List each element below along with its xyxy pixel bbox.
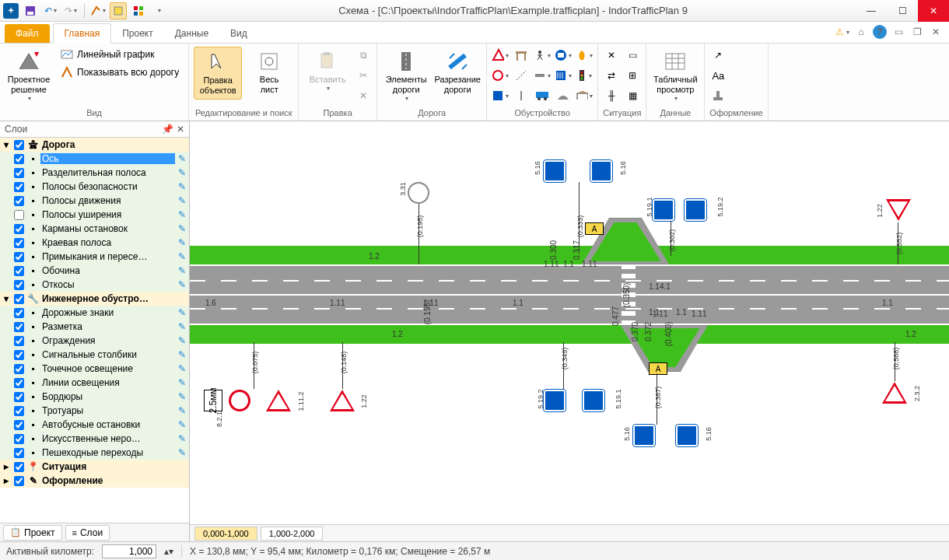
mdi-min-icon[interactable]: ▭ [891,25,905,39]
edit-pencil-icon[interactable]: ✎ [178,209,186,220]
panel-close-icon[interactable]: ✕ [177,124,184,135]
edit-pencil-icon[interactable]: ✎ [178,349,186,360]
layer-checkbox[interactable] [14,210,24,220]
layer-item[interactable]: Пешеходные переходы [40,447,175,458]
home-icon[interactable]: ⌂ [854,25,868,39]
layer-checkbox[interactable] [14,154,24,164]
canvas[interactable]: А А 3.31 (0.195) 5.16 5.16 (0.333) 5.19.… [190,121,949,524]
layer-item[interactable]: Откосы [40,279,175,290]
layer-item[interactable]: Полосы безопасности [40,181,175,192]
layer-group-sit[interactable]: Ситуация [40,461,175,472]
table-view-button[interactable]: Табличный просмотр▾ [651,47,699,106]
layer-checkbox[interactable] [14,476,24,486]
layer-checkbox[interactable] [14,350,24,360]
layer-item[interactable]: Разделительная полоса [40,167,175,178]
edit-pencil-icon[interactable]: ✎ [178,335,186,346]
sit-btn2[interactable]: ▭ [624,47,641,64]
layer-checkbox[interactable] [14,140,24,150]
layer-item[interactable]: Полосы движения [40,195,175,206]
layer-item[interactable]: Примыкания и пересе… [40,251,175,262]
expand-icon[interactable]: ▸ [0,475,12,486]
expand-icon[interactable]: ▸ [0,461,12,472]
pin-icon[interactable]: 📌 [162,124,173,135]
layer-checkbox[interactable] [14,196,24,206]
traffic-light-icon[interactable]: ▾ [576,67,593,84]
layer-item[interactable]: Полосы уширения [40,209,175,220]
km-tab-2[interactable]: 1,000-2,000 [261,527,324,541]
tab-data[interactable]: Данные [164,24,219,43]
bus-sign-icon[interactable]: ▾ [555,47,572,64]
minimize-button[interactable]: — [856,0,887,22]
layer-checkbox[interactable] [14,462,24,472]
layer-item[interactable]: Сигнальные столбики [40,349,175,360]
ped-icon[interactable]: ▾ [534,47,551,64]
layer-checkbox[interactable] [14,266,24,276]
layer-checkbox[interactable] [14,322,24,332]
edit-pencil-icon[interactable]: ✎ [178,279,186,290]
km-tab-1[interactable]: 0,000-1,000 [194,527,257,541]
layer-item[interactable]: Ось [40,153,175,164]
layer-checkbox[interactable] [14,294,24,304]
undo-button[interactable]: ↶▾ [42,2,59,19]
edit-pencil-icon[interactable]: ✎ [178,363,186,374]
mdi-close-icon[interactable]: ✕ [929,25,943,39]
qat-tool3[interactable] [130,2,147,19]
whole-sheet-button[interactable]: Весь лист [245,47,293,98]
layer-group-eng[interactable]: Инженерное обустро… [40,293,175,304]
layer-checkbox[interactable] [14,252,24,262]
layer-checkbox[interactable] [14,238,24,248]
edit-pencil-icon[interactable]: ✎ [178,433,186,444]
qat-overflow[interactable]: ▾ [150,2,167,19]
layer-checkbox[interactable] [14,280,24,290]
paste-button[interactable]: Вставить▾ [303,47,352,96]
sit-btn6[interactable]: ▦ [624,87,641,104]
layer-group-design[interactable]: Оформление [40,475,175,486]
tab-file[interactable]: Файл [5,24,50,43]
edit-pencil-icon[interactable]: ✎ [178,391,186,402]
warning-icon[interactable]: ⚠▾ [835,25,849,39]
tab-project[interactable]: Проект [111,24,164,43]
gate-icon[interactable] [513,47,530,64]
design-arrow-icon[interactable]: ↗ [709,47,727,64]
km-spinner[interactable]: ▴▾ [164,546,173,557]
barrier-icon[interactable]: ▾ [534,67,551,84]
layer-item[interactable]: Краевая полоса [40,237,175,248]
text-aa-icon[interactable]: Aa [709,67,727,84]
layer-item[interactable]: Тротуары [40,405,175,416]
light-icon[interactable]: ▾ [576,47,593,64]
edit-pencil-icon[interactable]: ✎ [178,377,186,388]
sit-btn4[interactable]: ⊞ [624,67,641,84]
sign-circle-icon[interactable]: ▾ [492,67,509,84]
layer-checkbox[interactable] [14,168,24,178]
edit-pencil-icon[interactable]: ✎ [178,321,186,332]
tab-main[interactable]: Главная [53,23,112,44]
post-icon[interactable] [513,87,530,104]
layer-checkbox[interactable] [14,364,24,374]
layer-tree[interactable]: ▾ 🛣 Дорога ▪ Ось ✎ ▪ Разделительная поло… [0,138,189,523]
layer-item[interactable]: Линии освещения [40,377,175,388]
stamp-icon[interactable] [709,87,727,104]
edit-objects-button[interactable]: Правка объектов [194,47,242,100]
edit-pencil-icon[interactable]: ✎ [178,419,186,430]
layer-item[interactable]: Разметка [40,321,175,332]
edit-pencil-icon[interactable]: ✎ [178,251,186,262]
layer-group-road[interactable]: Дорога [40,139,175,150]
expand-icon[interactable]: ▾ [0,139,12,150]
layer-item[interactable]: Дорожные знаки [40,307,175,318]
sit-btn5[interactable]: ╫ [603,87,620,104]
edit-pencil-icon[interactable]: ✎ [178,167,186,178]
layer-item[interactable]: Обочина [40,265,175,276]
qat-tool1[interactable]: ▾ [89,2,107,19]
layer-checkbox[interactable] [14,392,24,402]
edit-pencil-icon[interactable]: ✎ [178,307,186,318]
shelter-icon[interactable]: ▾ [576,87,593,104]
layer-checkbox[interactable] [14,308,24,318]
sit-btn1[interactable]: ✕ [603,47,620,64]
edit-pencil-icon[interactable]: ✎ [178,237,186,248]
layer-checkbox[interactable] [14,406,24,416]
mdi-restore-icon[interactable]: ❐ [910,25,924,39]
layer-checkbox[interactable] [14,420,24,430]
layer-item[interactable]: Ограждения [40,335,175,346]
edit-pencil-icon[interactable]: ✎ [178,223,186,234]
layer-checkbox[interactable] [14,448,24,458]
